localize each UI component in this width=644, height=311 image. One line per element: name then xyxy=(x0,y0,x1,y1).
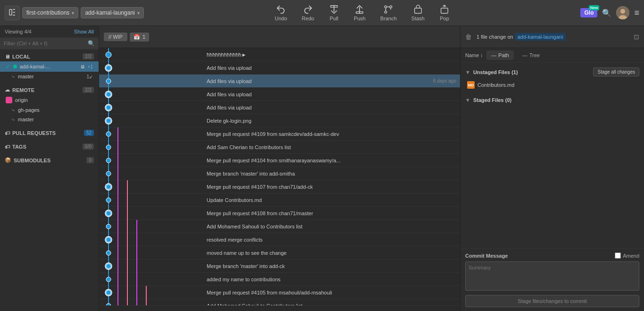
commit-graph-cell xyxy=(99,61,203,75)
local-section-header[interactable]: 🖥 LOCAL 2/2 xyxy=(0,51,99,61)
commit-message-text: Merge pull request #4107 from chan71/add… xyxy=(203,184,460,190)
pr-section-header[interactable]: 🏷 PULL REQUESTS 52 xyxy=(0,128,99,138)
avatar[interactable] xyxy=(616,6,629,19)
local-monitor-icon: 🖥 xyxy=(5,54,10,59)
viewing-count: Viewing 4/4 xyxy=(5,29,32,34)
commit-row[interactable]: Delete gk-login.png xyxy=(99,114,460,127)
local-section-title: 🖥 LOCAL xyxy=(5,54,30,59)
master-count: 1↙ xyxy=(86,74,93,79)
stash-button[interactable]: Stash xyxy=(408,2,428,23)
filter-bar[interactable]: 🔍 xyxy=(0,38,99,50)
file-item-contributors-md[interactable]: MD Contributors.md xyxy=(460,79,644,91)
amend-checkbox-label[interactable]: Amend xyxy=(615,252,639,259)
svg-point-15 xyxy=(106,52,111,58)
hamburger-menu-button[interactable]: ≡ xyxy=(634,8,639,18)
tags-section: 🏷 TAGS 0/0 xyxy=(0,140,99,153)
branch-chevron-icon: ▾ xyxy=(137,10,140,16)
staged-label: Staged Files (0) xyxy=(473,97,511,103)
remote-count: 2/2 xyxy=(83,87,94,93)
commit-row[interactable]: Add files via upload6 days ago xyxy=(99,75,460,88)
toolbar: first-contributions ▾ add-kamal-laungani… xyxy=(0,0,644,26)
filter-input[interactable] xyxy=(4,41,88,46)
bottom-scrollbar[interactable] xyxy=(99,305,460,311)
undo-button[interactable]: Undo xyxy=(271,2,291,23)
commit-row[interactable]: Add Mohamed Sahouli to Contributors list xyxy=(99,220,460,233)
tab-tree[interactable]: — Tree xyxy=(518,50,544,60)
svg-point-26 xyxy=(106,105,111,110)
unstaged-section-toggle[interactable]: ▼ Unstaged Files (1) Stage all changes xyxy=(460,65,644,79)
pr-section-title: 🏷 PULL REQUESTS xyxy=(5,130,56,136)
commit-row[interactable]: Merge pull request #4105 from msahouli/a… xyxy=(99,286,460,299)
commit-row[interactable]: Merge pull request #4108 from chan71/mas… xyxy=(99,207,460,220)
commit-message-text: Merge branch 'master' into add-smitha xyxy=(203,171,460,177)
submodules-icon: 📦 xyxy=(5,157,11,163)
main-layout: Viewing 4/4 Show All 🔍 🖥 LOCAL 2/2 ✓ add… xyxy=(0,26,644,311)
svg-point-46 xyxy=(106,185,111,189)
commit-msg-title: Commit Message xyxy=(465,253,508,259)
commit-message-text: moved name up to see the change xyxy=(203,250,460,256)
sidebar-toggle-button[interactable] xyxy=(5,6,20,20)
branch-selector[interactable]: add-kamal-laungani ▾ xyxy=(81,7,143,18)
show-all-link[interactable]: Show All xyxy=(74,29,94,34)
amend-checkbox[interactable] xyxy=(615,252,621,259)
graph-content[interactable]: ħħħħħħħħħħħħ►Add files via uploadAdd fil… xyxy=(99,48,460,305)
tags-section-header[interactable]: 🏷 TAGS 0/0 xyxy=(0,142,99,151)
stage-all-button[interactable]: Stage all changes xyxy=(593,67,639,76)
origin-label: origin xyxy=(15,97,93,103)
commit-row[interactable]: Update Contributors.md xyxy=(99,193,460,207)
commit-row[interactable]: Merge branch 'master' into add-smitha xyxy=(99,167,460,180)
commit-row[interactable]: Merge branch 'master' into add-ck xyxy=(99,260,460,273)
remote-section-header[interactable]: ☁ REMOTE 2/2 xyxy=(0,85,99,95)
branch-button[interactable]: Branch xyxy=(376,2,401,23)
pop-label: Pop xyxy=(440,16,449,21)
pull-button[interactable]: Pull xyxy=(325,2,343,23)
commit-message-text: Merge pull request #4104 from smithanara… xyxy=(203,158,460,163)
commit-message-text: Merge branch 'master' into add-ck xyxy=(203,263,460,269)
monitor-icon: 🖥 xyxy=(80,64,85,69)
remote-section-title: ☁ REMOTE xyxy=(5,87,34,93)
sidebar-item-gh-pages[interactable]: ⤷ gh-pages xyxy=(0,105,99,115)
commit-message-text: Add files via upload xyxy=(203,65,460,71)
push-label: Push xyxy=(354,16,366,21)
tags-label-icon: 🏷 xyxy=(5,144,10,150)
commit-graph-cell xyxy=(99,88,203,101)
commit-row[interactable]: ħħħħħħħħħħħħ► xyxy=(99,48,460,61)
sidebar-item-master-remote[interactable]: ⤷ master xyxy=(0,115,99,124)
commit-row[interactable]: Add Sam Cherian to Contributors list xyxy=(99,141,460,154)
push-button[interactable]: Push xyxy=(350,2,369,23)
glo-button[interactable]: Glo New xyxy=(580,8,597,17)
right-panel-tabs: Name ↕ — Path — Tree xyxy=(460,48,644,63)
stage-commit-button[interactable]: Stage files/changes to commit xyxy=(465,295,639,307)
commit-row[interactable]: Merge pull request #4109 from samkcdev/a… xyxy=(99,127,460,141)
commit-graph-cell xyxy=(99,246,203,260)
commit-summary-input[interactable] xyxy=(465,261,639,291)
commit-row[interactable]: Add files via upload xyxy=(99,101,460,114)
commit-message-text: Update Contributors.md xyxy=(203,197,460,203)
commit-row[interactable]: Add files via upload xyxy=(99,61,460,75)
redo-button[interactable]: Redo xyxy=(298,2,318,23)
local-section: 🖥 LOCAL 2/2 ✓ add-kamal-... 🖥 +1 ⤷ maste… xyxy=(0,50,99,83)
commit-row[interactable]: Add files via upload xyxy=(99,88,460,101)
search-button[interactable]: 🔍 xyxy=(602,8,611,17)
pop-button[interactable]: Pop xyxy=(435,2,453,23)
staged-arrow-icon: ▼ xyxy=(465,97,470,103)
commit-row[interactable]: resolved merge conflicts xyxy=(99,233,460,246)
commit-row[interactable]: Merge pull request #4107 from chan71/add… xyxy=(99,180,460,193)
sidebar-item-add-kamal-laungani[interactable]: ✓ add-kamal-... 🖥 +1 xyxy=(0,61,99,72)
svg-point-18 xyxy=(106,66,111,70)
remote-cloud-icon: ☁ xyxy=(5,87,10,93)
name-sort-control[interactable]: Name ↕ xyxy=(465,52,483,58)
commit-row[interactable]: moved name up to see the change xyxy=(99,246,460,260)
sidebar-item-origin[interactable]: origin xyxy=(0,95,99,105)
commit-row[interactable]: Merge pull request #4104 from smithanara… xyxy=(99,154,460,167)
staged-section-toggle[interactable]: ▼ Staged Files (0) xyxy=(460,95,644,105)
commit-row[interactable]: Add Mohamed Sahouli to Contributors list xyxy=(99,299,460,305)
commit-row[interactable]: added my name to contributions xyxy=(99,273,460,286)
submodules-section-header[interactable]: 📦 SUBMODULES 0 xyxy=(0,155,99,165)
trash-button[interactable]: 🗑 xyxy=(465,33,472,41)
commit-message-text: Add Mohamed Sahouli to Contributors list xyxy=(203,303,460,306)
sidebar-item-master-local[interactable]: ⤷ master 1↙ xyxy=(0,72,99,81)
tab-path[interactable]: — Path xyxy=(486,50,514,60)
repo-selector[interactable]: first-contributions ▾ xyxy=(22,7,78,18)
maximize-button[interactable]: ⊡ xyxy=(634,33,639,41)
